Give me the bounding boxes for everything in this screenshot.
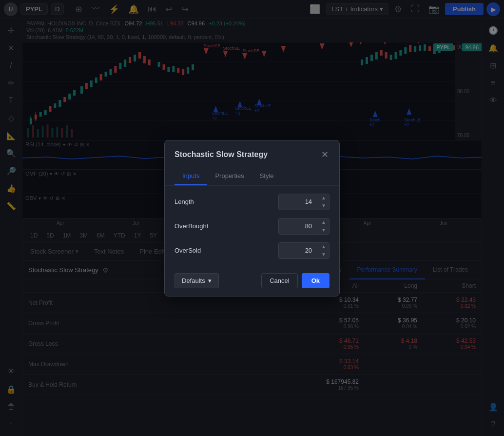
length-input[interactable] xyxy=(279,195,318,208)
overbought-input[interactable] xyxy=(279,219,318,233)
overbought-spinner-btns: ▲ ▼ xyxy=(318,218,329,234)
modal-tab-inputs-label: Inputs xyxy=(182,172,199,179)
modal-close-button[interactable]: ✕ xyxy=(320,148,330,161)
input-overbought-label: OverBought xyxy=(174,222,208,230)
overbought-up[interactable]: ▲ xyxy=(318,218,329,226)
modal-tabs: Inputs Properties Style xyxy=(165,167,339,186)
defaults-label: Defaults xyxy=(182,277,205,284)
modal-title: Stochastic Slow Strategy xyxy=(174,150,268,159)
modal-tab-style[interactable]: Style xyxy=(252,167,282,185)
overbought-down[interactable]: ▼ xyxy=(318,226,329,234)
modal-tab-properties[interactable]: Properties xyxy=(207,167,252,185)
input-oversold-label: OverSold xyxy=(174,247,201,254)
input-row-overbought: OverBought ▲ ▼ xyxy=(174,218,330,235)
oversold-up[interactable]: ▲ xyxy=(318,243,329,251)
modal-body: Length ▲ ▼ OverBought ▲ ▼ xyxy=(165,186,339,267)
oversold-spinner[interactable]: ▲ ▼ xyxy=(278,242,330,259)
modal-header: Stochastic Slow Strategy ✕ xyxy=(165,140,339,167)
modal-actions: Cancel Ok xyxy=(261,273,330,288)
length-spinner[interactable]: ▲ ▼ xyxy=(278,194,330,210)
modal-overlay: Stochastic Slow Strategy ✕ Inputs Proper… xyxy=(0,0,504,436)
input-row-oversold: OverSold ▲ ▼ xyxy=(174,242,330,259)
oversold-down[interactable]: ▼ xyxy=(318,251,329,258)
oversold-spinner-btns: ▲ ▼ xyxy=(318,243,329,258)
strategy-settings-modal: Stochastic Slow Strategy ✕ Inputs Proper… xyxy=(164,140,340,297)
length-up[interactable]: ▲ xyxy=(318,194,329,202)
length-down[interactable]: ▼ xyxy=(318,202,329,210)
defaults-button[interactable]: Defaults ▾ xyxy=(174,273,219,288)
defaults-arrow: ▾ xyxy=(208,277,212,284)
modal-footer: Defaults ▾ Cancel Ok xyxy=(165,267,339,296)
modal-tab-properties-label: Properties xyxy=(215,172,244,179)
oversold-input[interactable] xyxy=(279,244,318,257)
modal-tab-inputs[interactable]: Inputs xyxy=(174,167,207,185)
input-row-length: Length ▲ ▼ xyxy=(174,194,330,210)
input-length-label: Length xyxy=(174,198,194,205)
modal-tab-style-label: Style xyxy=(260,172,274,179)
overbought-spinner[interactable]: ▲ ▼ xyxy=(278,218,330,235)
ok-button[interactable]: Ok xyxy=(302,273,330,288)
length-spinner-btns: ▲ ▼ xyxy=(318,194,329,210)
cancel-button[interactable]: Cancel xyxy=(261,273,297,288)
